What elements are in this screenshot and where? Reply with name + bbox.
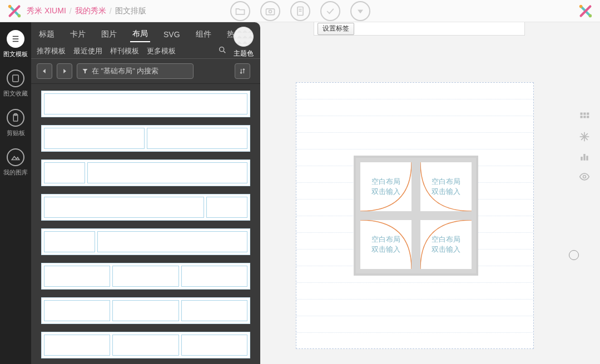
- cell-placeholder-1: 空白布局: [371, 235, 400, 245]
- nav-clipboard[interactable]: 剪贴板: [0, 104, 31, 142]
- theme-label: 主题色: [234, 49, 254, 58]
- set-label-button[interactable]: 设置标签: [318, 23, 354, 35]
- subtab-recommend[interactable]: 推荐模板: [37, 46, 66, 56]
- forward-button[interactable]: [57, 63, 72, 79]
- svg-point-3: [18, 14, 21, 17]
- layout-cell-tl[interactable]: 空白布局 双击输入: [356, 158, 416, 216]
- layout-template-2col[interactable]: [41, 125, 250, 152]
- gallery-icon: [7, 148, 24, 166]
- dropdown-icon[interactable]: [350, 1, 370, 21]
- svg-rect-30: [581, 116, 583, 118]
- cursor-indicator: [569, 250, 579, 260]
- svg-point-5: [269, 10, 271, 13]
- search-bar: 在 "基础布局" 内搜索: [31, 58, 260, 84]
- breadcrumb-my[interactable]: 我的秀米: [75, 6, 106, 16]
- tab-card[interactable]: 卡片: [68, 27, 88, 42]
- search-icon[interactable]: [218, 46, 227, 56]
- svg-point-20: [220, 47, 224, 52]
- nav-favorites[interactable]: 图文收藏: [0, 65, 31, 102]
- open-icon[interactable]: [230, 1, 250, 21]
- document-icon[interactable]: [290, 1, 310, 21]
- cell-placeholder-1: 空白布局: [432, 177, 460, 187]
- svg-rect-27: [581, 113, 583, 115]
- snow-icon[interactable]: [579, 131, 590, 142]
- subtab-recent[interactable]: 最近使用: [73, 46, 102, 56]
- chart-icon[interactable]: [579, 151, 590, 162]
- back-button[interactable]: [37, 63, 52, 79]
- filter-icon: [82, 68, 88, 74]
- svg-rect-38: [583, 154, 585, 161]
- svg-rect-29: [587, 113, 589, 115]
- nav-gallery[interactable]: 我的图库: [0, 144, 31, 181]
- svg-point-12: [579, 4, 583, 8]
- layout-cell-bl[interactable]: 空白布局 双击输入: [356, 216, 416, 273]
- favorites-icon: [7, 69, 24, 87]
- layout-template-3col-c[interactable]: [41, 332, 250, 358]
- svg-marker-24: [83, 69, 88, 73]
- layout-template-1-4[interactable]: [41, 159, 250, 186]
- cell-placeholder-1: 空白布局: [371, 177, 400, 187]
- svg-line-21: [224, 51, 225, 53]
- search-input[interactable]: 在 "基础布局" 内搜索: [77, 63, 194, 79]
- tab-component[interactable]: 组件: [194, 27, 214, 42]
- svg-rect-28: [583, 113, 586, 115]
- layout-cell-tr[interactable]: 空白布局 双击输入: [416, 158, 476, 216]
- cell-placeholder-2: 双击输入: [432, 245, 460, 255]
- nav-clipboard-label: 剪贴板: [7, 129, 25, 137]
- left-nav: 图文模板 图文收藏 剪贴板 我的图库: [0, 22, 31, 364]
- svg-rect-39: [586, 156, 588, 160]
- layout-template-3col[interactable]: [41, 263, 250, 290]
- svg-rect-32: [587, 116, 589, 118]
- breadcrumb-brand[interactable]: 秀米 XIUMI: [27, 6, 66, 16]
- theme-color-button[interactable]: 主题色: [234, 27, 254, 58]
- svg-point-13: [589, 14, 592, 17]
- tab-layout[interactable]: 布局: [130, 27, 150, 42]
- svg-marker-23: [63, 69, 66, 73]
- header-action-group: [230, 1, 370, 21]
- layout-cell-br[interactable]: 空白布局 双击输入: [416, 216, 476, 273]
- template-panel: 标题 卡片 图片 布局 SVG 组件 热门 主题色 推荐模板 最近使用 样刊模板…: [31, 22, 260, 364]
- nav-favorites-label: 图文收藏: [3, 89, 28, 98]
- breadcrumb-page: 图文排版: [115, 6, 146, 16]
- logo-icon[interactable]: [7, 3, 22, 19]
- svg-rect-4: [266, 8, 274, 14]
- eye-icon[interactable]: [579, 171, 590, 182]
- layout-2x2-block[interactable]: 空白布局 双击输入 空白布局 双击输入 空白布局 双击输入 空白布局 双击输入: [354, 156, 478, 276]
- app-header: 秀米 XIUMI / 我的秀米 / 图文排版: [0, 0, 600, 22]
- layout-template-1col[interactable]: [41, 91, 250, 117]
- svg-point-2: [8, 4, 12, 8]
- template-list[interactable]: [31, 84, 260, 364]
- svg-marker-22: [43, 69, 46, 73]
- nav-templates-label: 图文模板: [3, 50, 28, 58]
- grid-icon[interactable]: [579, 111, 590, 122]
- cell-placeholder-1: 空白布局: [432, 235, 460, 245]
- templates-icon: [7, 30, 24, 48]
- svg-marker-9: [358, 9, 363, 13]
- tab-row: 标题 卡片 图片 布局 SVG 组件 热门: [31, 22, 260, 43]
- svg-rect-37: [581, 157, 582, 161]
- subtab-more[interactable]: 更多模板: [147, 46, 176, 56]
- canvas-area[interactable]: 设置标签 空白布局 双击输入 空白布局 双击输入 空白布局 双击输入 空白布局 …: [260, 22, 600, 364]
- nav-templates[interactable]: 图文模板: [0, 26, 31, 63]
- camera-icon[interactable]: [260, 1, 280, 21]
- sort-button[interactable]: [235, 63, 250, 79]
- search-placeholder: 在 "基础布局" 内搜索: [92, 66, 158, 76]
- svg-rect-31: [583, 116, 586, 118]
- canvas-tools: [579, 111, 590, 182]
- tab-image[interactable]: 图片: [99, 27, 119, 42]
- subtab-row: 推荐模板 最近使用 样刊模板 更多模板: [31, 43, 260, 58]
- cell-placeholder-2: 双击输入: [432, 187, 460, 197]
- cell-placeholder-2: 双击输入: [371, 245, 400, 255]
- layout-template-3col-b[interactable]: [41, 297, 250, 324]
- logo-right-icon[interactable]: [578, 3, 593, 19]
- cell-placeholder-2: 双击输入: [371, 187, 400, 197]
- layout-template-4-1[interactable]: [41, 194, 250, 221]
- subtab-sample[interactable]: 样刊模板: [110, 46, 139, 56]
- nav-gallery-label: 我的图库: [3, 168, 28, 177]
- tab-title[interactable]: 标题: [37, 27, 57, 42]
- check-icon[interactable]: [320, 1, 340, 21]
- label-toolbar: 设置标签: [314, 22, 525, 36]
- tab-svg[interactable]: SVG: [161, 28, 182, 41]
- breadcrumb: 秀米 XIUMI / 我的秀米 / 图文排版: [27, 6, 146, 16]
- layout-template-1-3[interactable]: [41, 228, 250, 255]
